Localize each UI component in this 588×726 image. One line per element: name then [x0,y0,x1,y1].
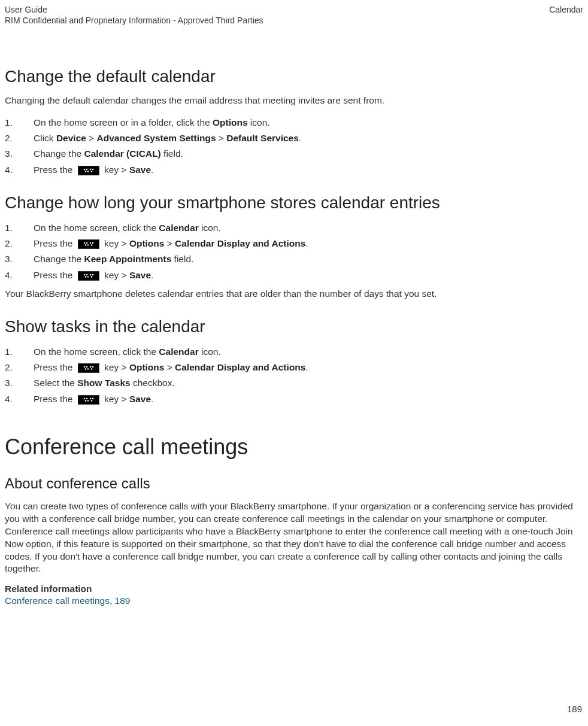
heading-store-entries: Change how long your smartphone stores c… [5,193,583,212]
step-text: . [151,394,153,404]
svg-point-13 [89,242,91,244]
step-bold: Calendar (CICAL) [84,148,160,159]
header-confidentiality: RIM Confidential and Proprietary Informa… [5,16,583,25]
svg-point-20 [87,276,89,278]
step-text: Change the [34,254,84,264]
list-item: Press the key > Options > Calendar Displ… [5,360,583,374]
heading-show-tasks: Show tasks in the calendar [5,317,583,336]
step-bold: Options [129,238,165,248]
step-text: Press the [34,270,75,280]
svg-point-3 [84,171,86,172]
svg-point-26 [86,366,87,368]
blackberry-key-icon [78,166,99,175]
svg-rect-0 [78,166,99,175]
list-item: On the home screen, click the Calendar i… [5,221,583,235]
list-item: Press the key > Save. [5,163,583,177]
step-text: icon. [199,347,221,357]
svg-point-17 [83,274,85,275]
step-bold: Calendar [159,347,198,357]
step-text: Click [34,133,56,143]
svg-point-22 [92,274,93,275]
svg-point-39 [90,400,92,402]
heading-about-conference-calls: About conference calls [5,475,583,492]
step-bold: Advanced System Settings [97,133,216,143]
step-text: > [164,238,175,248]
svg-point-33 [83,397,85,399]
header-doc-title: User Guide [5,5,47,14]
step-text: field. [161,148,183,159]
svg-point-31 [90,368,92,370]
step-text: checkbox. [131,378,175,388]
list-item: Select the Show Tasks checkbox. [5,376,583,390]
list-item: On the home screen or in a folder, click… [5,116,583,129]
related-link-conference[interactable]: Conference call meetings, 189 [5,596,583,606]
svg-point-28 [87,368,89,370]
svg-point-10 [86,242,87,244]
step-text: key > [102,270,129,280]
svg-point-27 [84,368,86,370]
step-text: Change the [34,148,84,159]
step-bold: Default Services [226,133,299,143]
list-item: Change the Calendar (CICAL) field. [5,147,583,160]
blackberry-key-icon [78,271,99,281]
step-text: Press the [34,362,75,372]
svg-point-37 [89,397,91,399]
step-text: > [86,133,97,143]
step-bold: Options [129,362,165,372]
step-text: key > [102,394,129,404]
step-text: > [216,133,227,143]
step-bold: Save [129,270,151,280]
svg-point-35 [84,400,86,402]
step-bold: Save [129,394,151,404]
blackberry-key-icon [78,363,99,373]
step-text: Press the [34,394,75,404]
header-section-title: Calendar [549,5,583,14]
list-item: On the home screen, click the Calendar i… [5,345,583,359]
step-text: icon. [199,223,221,233]
step-bold: Calendar Display and Actions [175,238,305,248]
svg-rect-16 [78,272,99,280]
step-text: > [164,362,175,372]
list-item: Change the Keep Appointments field. [5,252,583,266]
svg-point-36 [87,400,89,402]
list-item: Press the key > Options > Calendar Displ… [5,236,583,250]
svg-point-25 [83,366,85,368]
svg-point-14 [92,242,93,244]
step-text: key > [102,238,129,248]
step-text: key > [102,165,129,175]
heading-conference-call-meetings: Conference call meetings [5,435,583,460]
list-item: Press the key > Save. [5,268,583,282]
step-text: Press the [34,238,75,248]
svg-point-38 [92,397,93,399]
step-text: key > [102,362,129,372]
step-bold: Keep Appointments [84,254,171,264]
svg-point-19 [84,276,86,278]
svg-point-1 [83,168,85,170]
step-bold: Save [129,165,151,175]
svg-point-12 [87,244,89,246]
blackberry-key-icon [78,395,99,405]
step-bold: Options [213,117,248,127]
steps-list-3: On the home screen, click the Calendar i… [5,345,583,406]
svg-point-34 [86,397,87,399]
blackberry-key-icon [78,239,99,249]
note-text: Your BlackBerry smartphone deletes calen… [5,288,583,300]
svg-point-18 [86,274,87,275]
svg-point-5 [89,168,91,170]
step-bold: Calendar [159,223,198,233]
step-bold: Device [56,133,86,143]
step-text: On the home screen, click the [34,223,159,233]
svg-point-23 [90,276,92,278]
step-text: . [305,362,308,372]
step-text: field. [171,254,193,264]
step-bold: Show Tasks [77,378,130,388]
svg-point-15 [90,244,92,246]
svg-point-7 [90,171,92,172]
svg-point-4 [87,171,89,172]
steps-list-2: On the home screen, click the Calendar i… [5,221,583,282]
step-text: . [299,133,301,143]
step-text: Select the [34,378,77,388]
svg-rect-8 [78,240,99,248]
svg-point-6 [92,168,93,170]
step-text: . [305,238,308,248]
